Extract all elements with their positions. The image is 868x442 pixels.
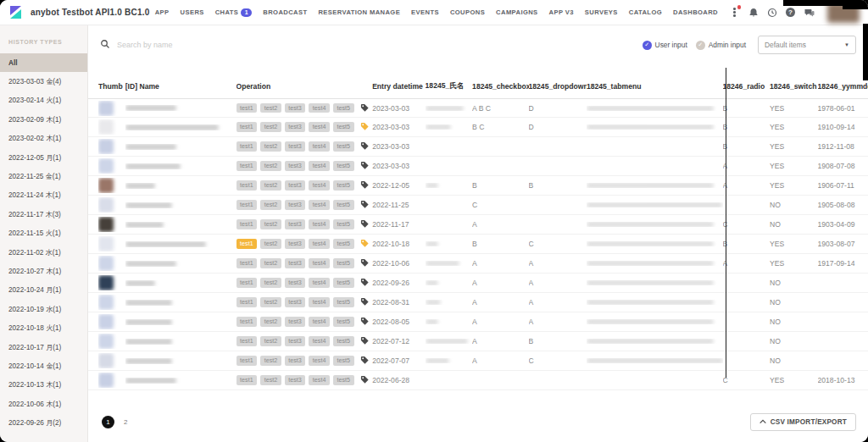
test4-button[interactable]: test4 xyxy=(309,356,330,365)
test5-button[interactable]: test5 xyxy=(333,297,354,307)
sidebar-item-date[interactable]: 2023-03-03 金(4) xyxy=(0,72,87,91)
test5-button[interactable]: test5 xyxy=(333,317,354,326)
page-2-button[interactable]: 2 xyxy=(124,418,127,426)
test2-button[interactable]: test2 xyxy=(260,219,281,229)
test4-button[interactable]: test4 xyxy=(309,141,330,151)
test1-button[interactable]: test1 xyxy=(236,200,258,209)
sidebar-item-date[interactable]: 2022-11-17 木(3) xyxy=(0,205,87,224)
test4-button[interactable]: test4 xyxy=(309,219,330,229)
test3-button[interactable]: test3 xyxy=(285,180,306,190)
test5-button[interactable]: test5 xyxy=(333,239,354,248)
test5-button[interactable]: test5 xyxy=(333,200,354,209)
sidebar-item-date[interactable]: 2022-10-19 水(1) xyxy=(0,300,87,318)
test1-button[interactable]: test1 xyxy=(236,141,258,151)
sidebar-item-date[interactable]: 2022-12-05 月(1) xyxy=(0,148,87,167)
test2-button[interactable]: test2 xyxy=(260,200,281,209)
test2-button[interactable]: test2 xyxy=(260,278,281,287)
test2-button[interactable]: test2 xyxy=(260,161,281,170)
csv-import-export-button[interactable]: CSV IMPORT/EXPORT xyxy=(750,413,856,431)
test5-button[interactable]: test5 xyxy=(333,356,354,365)
search-input[interactable] xyxy=(117,41,270,49)
test5-button[interactable]: test5 xyxy=(333,103,354,113)
sidebar-item-all[interactable]: All xyxy=(0,53,87,72)
tag-icon[interactable] xyxy=(360,180,370,190)
nav-item-catalog[interactable]: CATALOG xyxy=(629,8,662,16)
test3-button[interactable]: test3 xyxy=(285,278,306,287)
sidebar-item-date[interactable]: 2022-11-24 木(1) xyxy=(0,186,87,205)
nav-item-reservation-manage[interactable]: RESERVATION MANAGE xyxy=(318,8,400,16)
tag-icon[interactable] xyxy=(360,356,370,365)
items-select[interactable]: Default items▼ xyxy=(758,36,856,54)
user-input-checkbox[interactable]: ✓User input xyxy=(643,41,687,50)
test4-button[interactable]: test4 xyxy=(309,317,330,326)
tag-icon-yellow[interactable] xyxy=(360,122,370,131)
test3-button[interactable]: test3 xyxy=(285,103,306,113)
nav-item-app[interactable]: APP xyxy=(155,8,170,16)
tag-icon-yellow[interactable] xyxy=(360,239,370,248)
nav-item-campaigns[interactable]: CAMPAIGNS xyxy=(496,8,537,16)
nav-item-chats[interactable]: CHATS1 xyxy=(215,8,253,17)
sidebar-item-date[interactable]: 2022-10-14 金(1) xyxy=(0,356,87,375)
test2-button[interactable]: test2 xyxy=(260,317,281,326)
test4-button[interactable]: test4 xyxy=(309,375,330,384)
test5-button[interactable]: test5 xyxy=(333,278,354,287)
nav-item-users[interactable]: USERS xyxy=(181,8,204,16)
test1-button[interactable]: test1 xyxy=(236,122,258,131)
test4-button[interactable]: test4 xyxy=(309,278,330,287)
sidebar-item-date[interactable]: 2022-10-17 月(1) xyxy=(0,338,87,356)
nav-item-broadcast[interactable]: BROADCAST xyxy=(263,8,307,16)
test1-button[interactable]: test1 xyxy=(236,336,258,345)
tag-icon[interactable] xyxy=(360,141,370,151)
test3-button[interactable]: test3 xyxy=(285,200,306,209)
nav-item-dashboard[interactable]: DASHBOARD xyxy=(673,8,718,16)
test1-button[interactable]: test1 xyxy=(236,161,258,170)
test5-button[interactable]: test5 xyxy=(333,161,354,170)
test1-button[interactable]: test1 xyxy=(236,219,258,229)
test3-button[interactable]: test3 xyxy=(285,317,306,326)
test3-button[interactable]: test3 xyxy=(285,239,306,248)
sidebar-item-date[interactable]: 2022-10-27 木(1) xyxy=(0,262,87,280)
test5-button[interactable]: test5 xyxy=(333,375,354,384)
admin-input-checkbox[interactable]: ✓Admin input xyxy=(696,41,746,50)
clock-icon[interactable] xyxy=(766,7,777,18)
test3-button[interactable]: test3 xyxy=(285,141,306,151)
test4-button[interactable]: test4 xyxy=(309,122,330,131)
test3-button[interactable]: test3 xyxy=(285,219,306,229)
test1-button[interactable]: test1 xyxy=(236,297,258,307)
test4-button[interactable]: test4 xyxy=(309,239,330,248)
test2-button[interactable]: test2 xyxy=(260,356,281,365)
test5-button[interactable]: test5 xyxy=(333,122,354,131)
sidebar-item-date[interactable]: 2022-11-25 金(1) xyxy=(0,167,87,185)
test2-button[interactable]: test2 xyxy=(260,122,281,131)
sidebar-item-date[interactable]: 2022-10-13 木(1) xyxy=(0,376,87,395)
test3-button[interactable]: test3 xyxy=(285,375,306,384)
test2-button[interactable]: test2 xyxy=(260,141,281,151)
tag-icon[interactable] xyxy=(360,258,370,268)
tag-icon[interactable] xyxy=(360,336,370,345)
test4-button[interactable]: test4 xyxy=(309,200,330,209)
nav-item-events[interactable]: EVENTS xyxy=(411,8,439,16)
test3-button[interactable]: test3 xyxy=(285,258,306,268)
tag-icon[interactable] xyxy=(360,317,370,326)
test5-button[interactable]: test5 xyxy=(333,258,354,268)
sidebar-item-date[interactable]: 2022-11-15 火(1) xyxy=(0,224,87,243)
test3-button[interactable]: test3 xyxy=(285,122,306,131)
test5-button[interactable]: test5 xyxy=(333,219,354,229)
test5-button[interactable]: test5 xyxy=(333,180,354,190)
tag-icon[interactable] xyxy=(360,278,370,287)
test1-button[interactable]: test1 xyxy=(236,356,258,365)
tag-icon[interactable] xyxy=(360,297,370,307)
test1-button[interactable]: test1 xyxy=(236,103,258,113)
test4-button[interactable]: test4 xyxy=(309,258,330,268)
sidebar-item-date[interactable]: 2022-10-06 木(1) xyxy=(0,395,87,413)
test1-button[interactable]: test1 xyxy=(236,278,258,287)
test1-button[interactable]: test1 xyxy=(236,258,258,268)
test3-button[interactable]: test3 xyxy=(285,161,306,170)
nav-item-surveys[interactable]: SURVEYS xyxy=(585,8,618,16)
tag-icon[interactable] xyxy=(360,103,370,113)
test4-button[interactable]: test4 xyxy=(309,336,330,345)
test4-button[interactable]: test4 xyxy=(309,180,330,190)
test3-button[interactable]: test3 xyxy=(285,356,306,365)
test5-button[interactable]: test5 xyxy=(333,336,354,345)
test2-button[interactable]: test2 xyxy=(260,375,281,384)
